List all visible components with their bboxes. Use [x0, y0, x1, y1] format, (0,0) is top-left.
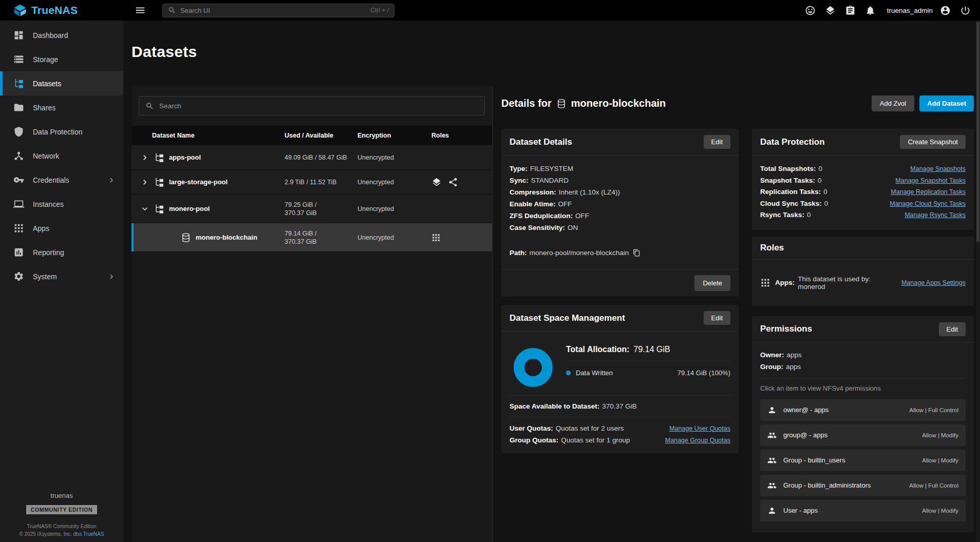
sidebar-item-storage[interactable]: Storage — [0, 47, 123, 71]
edit-space-button[interactable]: Edit — [704, 311, 730, 325]
global-search-input[interactable] — [180, 7, 366, 14]
used-available: 79.25 GiB / 370.37 GiB — [285, 201, 357, 217]
collapse-icon[interactable] — [139, 203, 151, 215]
tasks-clipboard-icon[interactable] — [842, 2, 859, 19]
permission-entry-owner[interactable]: owner@ - apps Allow | Full Control — [760, 399, 966, 421]
sidebar-item-label: Reporting — [33, 248, 64, 257]
dataset-name: monero-pool — [169, 205, 210, 212]
replication-tasks-row: Replication Tasks:0Manage Replication Ta… — [760, 186, 966, 198]
encryption-state: Unencrypted — [357, 154, 431, 161]
dataset-search[interactable] — [139, 96, 485, 115]
folder-icon — [13, 102, 24, 113]
brand-text: TrueNAS — [31, 4, 78, 16]
dataset-tree-icon — [154, 204, 164, 214]
copy-path-icon[interactable] — [633, 249, 640, 257]
card-title: Dataset Details — [510, 137, 572, 147]
manage-snapshot-tasks-link[interactable]: Manage Snapshot Tasks — [895, 175, 966, 187]
roles-cell — [431, 233, 492, 242]
sidebar-item-credentials[interactable]: Credentials — [0, 168, 123, 192]
manage-snapshots-link[interactable]: Manage Snapshots — [910, 163, 966, 175]
manage-user-quotas-link[interactable]: Manage User Quotas — [669, 425, 730, 432]
edit-permissions-button[interactable]: Edit — [939, 322, 966, 336]
sidebar-item-data-protection[interactable]: Data Protection — [0, 120, 123, 144]
truenas-link[interactable]: TrueNAS — [83, 531, 104, 537]
manage-group-quotas-link[interactable]: Manage Group Quotas — [665, 437, 730, 444]
panel-splitter[interactable] — [492, 86, 493, 542]
manage-rsync-tasks-link[interactable]: Manage Rsync Tasks — [904, 209, 966, 221]
search-icon — [145, 102, 154, 110]
create-snapshot-button[interactable]: Create Snapshot — [900, 135, 966, 149]
sidebar-item-label: Storage — [33, 55, 58, 64]
dataset-path-row: Path: monero-pool/monero-blockchain — [510, 247, 730, 259]
manage-apps-settings-link[interactable]: Manage Apps Settings — [901, 279, 966, 286]
cloud-sync-tasks-row: Cloud Sync Tasks:0Manage Cloud Sync Task… — [760, 198, 966, 210]
shield-icon — [13, 126, 24, 137]
dataset-row-monero-pool[interactable]: monero-pool 79.25 GiB / 370.37 GiB Unenc… — [131, 195, 492, 223]
snapshot-tasks-row: Snapshot Tasks:0Manage Snapshot Tasks — [760, 175, 966, 187]
used-available: 49.09 GiB / 58.47 GiB — [285, 153, 357, 162]
people-icon — [767, 456, 777, 465]
sidebar-item-dashboard[interactable]: Dashboard — [0, 23, 123, 47]
delete-dataset-button[interactable]: Delete — [694, 275, 730, 291]
dataset-name: large-storage-pool — [169, 178, 228, 186]
power-icon[interactable] — [957, 2, 974, 19]
sidebar-item-network[interactable]: Network — [0, 144, 123, 168]
user-quotas-row: User Quotas: Quotas set for 2 users Mana… — [501, 422, 739, 434]
scrollbar-thumb[interactable] — [976, 22, 979, 242]
share-icon — [448, 177, 458, 187]
truenas-logo-icon — [13, 4, 27, 17]
sidebar-item-reporting[interactable]: Reporting — [0, 240, 123, 264]
space-donut-chart — [514, 348, 553, 387]
key-icon — [13, 175, 24, 185]
person-icon — [767, 506, 777, 515]
manage-cloud-sync-tasks-link[interactable]: Manage Cloud Sync Tasks — [890, 198, 966, 210]
feedback-icon[interactable] — [802, 2, 819, 19]
sidebar-item-label: Apps — [33, 224, 49, 233]
dataset-path: monero-pool/monero-blockchain — [530, 247, 629, 259]
sidebar-item-instances[interactable]: Instances — [0, 192, 123, 216]
roles-card: Roles Apps: This dataset is used by: mon… — [752, 237, 974, 306]
dataset-row-monero-blockchain[interactable]: monero-blockchain 79.14 GiB / 370.37 GiB… — [131, 223, 492, 252]
dataset-name: monero-blockchain — [196, 234, 257, 241]
details-title: Details for monero-blockchain — [501, 98, 666, 109]
sidebar-item-label: System — [33, 273, 57, 281]
jobs-layers-icon[interactable] — [822, 2, 839, 19]
dataset-tree-panel: Dataset Name Used / Available Encryption… — [131, 86, 492, 542]
dataset-name: apps-pool — [169, 153, 201, 161]
used-available: 79.14 GiB / 370.37 GiB — [285, 229, 357, 246]
permissions-hint: Click an item to view NFSv4 permissions — [760, 384, 966, 392]
selected-dataset-name: monero-blockchain — [571, 98, 666, 109]
permission-entry-user-apps[interactable]: User - apps Allow | Modify — [760, 500, 966, 521]
dataset-search-input[interactable] — [159, 102, 478, 110]
add-dataset-button[interactable]: Add Dataset — [919, 95, 974, 111]
apps-grid-icon — [13, 223, 24, 234]
truenas-logo[interactable]: TrueNAS — [0, 4, 123, 17]
permission-entry-builtin-administrators[interactable]: Group - builtin_administrators Allow | F… — [760, 475, 966, 496]
sidebar-item-system[interactable]: System — [0, 264, 123, 288]
column-encryption: Encryption — [357, 132, 431, 139]
menu-toggle-button[interactable] — [131, 2, 149, 19]
bar-chart-icon — [13, 247, 24, 258]
sidebar-item-datasets[interactable]: Datasets — [0, 71, 123, 95]
alerts-bell-icon[interactable] — [862, 2, 879, 19]
username: truenas_admin — [887, 7, 933, 14]
sidebar-item-shares[interactable]: Shares — [0, 95, 123, 120]
expand-icon[interactable] — [139, 151, 151, 164]
account-icon[interactable] — [937, 2, 954, 19]
permission-entry-group[interactable]: group@ - apps Allow | Modify — [760, 424, 966, 446]
expand-icon[interactable] — [139, 176, 151, 188]
dataset-row-apps-pool[interactable]: apps-pool 49.09 GiB / 58.47 GiB Unencryp… — [131, 145, 492, 170]
tree-empty-area — [131, 252, 492, 542]
legend-dot — [566, 371, 571, 375]
database-icon — [556, 99, 567, 109]
permission-entry-builtin-users[interactable]: Group - builtin_users Allow | Modify — [760, 450, 966, 471]
card-title: Data Protection — [760, 137, 825, 147]
search-shortcut-hint: Ctrl + / — [370, 7, 389, 14]
global-search[interactable]: Ctrl + / — [162, 4, 394, 17]
edit-dataset-details-button[interactable]: Edit — [704, 135, 730, 149]
manage-replication-tasks-link[interactable]: Manage Replication Tasks — [891, 186, 966, 198]
dataset-row-large-storage-pool[interactable]: large-storage-pool 2.9 TiB / 11.52 TiB U… — [131, 170, 492, 195]
add-zvol-button[interactable]: Add Zvol — [872, 95, 914, 111]
sidebar-item-apps[interactable]: Apps — [0, 216, 123, 240]
dashboard-icon — [13, 30, 24, 41]
